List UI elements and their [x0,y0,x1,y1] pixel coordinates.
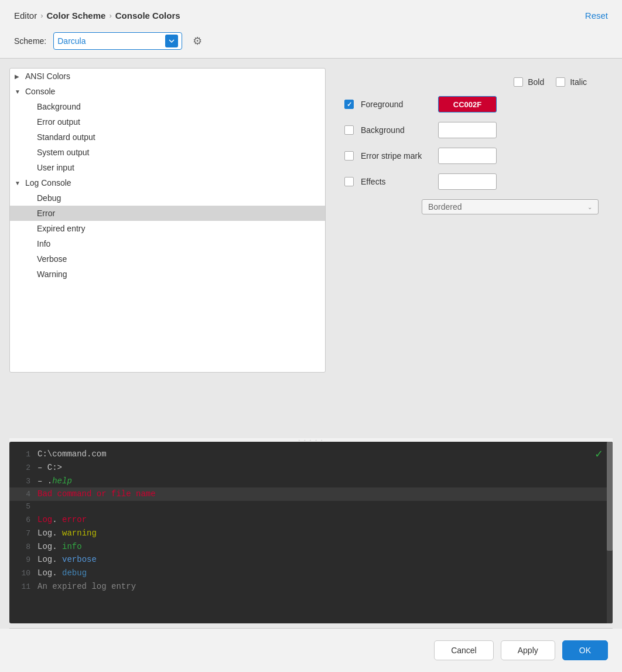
tree-item-log-console[interactable]: ▼ Log Console [10,175,325,190]
tree-item-info[interactable]: Info [10,236,325,251]
effects-label: Effects [361,177,431,186]
tree-item-expired-entry[interactable]: Expired entry [10,221,325,236]
line-content: Log. warning [37,527,97,540]
preview-line-2: 2 – C:> [9,461,613,475]
preview-line-6: 6 Log. error [9,513,613,527]
line-number: 2 [14,462,30,475]
line-content: An expired log entry [37,580,136,593]
tree-item-label: Debug [37,193,61,203]
preview-line-4: 4 Bad command or file name [9,487,613,501]
bold-option[interactable]: Bold [514,77,544,87]
italic-checkbox[interactable] [556,77,565,87]
italic-option[interactable]: Italic [556,77,587,87]
tree-item-label: User input [37,163,74,172]
ok-button[interactable]: OK [562,640,608,660]
foreground-color-swatch[interactable]: CC002F [438,96,497,112]
style-row: Bold Italic [514,77,587,87]
preview-lines: 1 C:\command.com 2 – C:> 3 – .help 4 Bad… [9,442,613,599]
bold-label: Bold [528,77,544,87]
line-content: Log. info [37,540,82,553]
background-label: Background [361,125,431,135]
gear-button[interactable]: ⚙ [189,33,206,49]
tree-item-label: ANSI Colors [25,71,70,81]
error-stripe-checkbox[interactable] [344,151,354,161]
error-stripe-label: Error stripe mark [361,151,431,161]
tree-item-warning[interactable]: Warning [10,267,325,282]
tree-item-verbose[interactable]: Verbose [10,251,325,267]
foreground-checkbox[interactable] [344,100,354,109]
line-content: Log. debug [37,567,87,579]
error-stripe-color-swatch[interactable] [438,148,497,164]
tree-item-label: Info [37,239,50,248]
header: Editor › Color Scheme › Console Colors R… [0,0,622,28]
line-content-help: help [52,475,72,487]
tree-item-label: Standard output [37,132,95,142]
main-content: ▶ ANSI Colors ▼ Console Background Error… [0,59,622,438]
background-row: Background [344,122,599,138]
scheme-select[interactable]: Darcula [53,32,182,50]
apply-button[interactable]: Apply [501,640,555,660]
reset-button[interactable]: Reset [585,11,608,21]
line-number: 5 [14,501,30,513]
line-number: 6 [14,514,30,527]
tree-item-label: Warning [37,270,67,279]
scrollbar-thumb[interactable] [607,442,613,551]
tree-item-system-output[interactable]: System output [10,145,325,160]
effects-dropdown[interactable]: Bordered ⌄ [422,199,599,214]
tree-item-label: Log Console [25,178,71,187]
tree-item-label: Expired entry [37,224,85,233]
breadcrumb-sep-1: › [40,11,43,20]
tree-item-ansi[interactable]: ▶ ANSI Colors [10,69,325,84]
tree-item-console[interactable]: ▼ Console [10,84,325,99]
preview-line-5: 5 [9,501,613,513]
effects-checkbox[interactable] [344,177,354,186]
tree-item-error[interactable]: Error [10,206,325,221]
arrow-icon: ▼ [15,180,24,186]
line-content: Bad command or file name [37,487,156,500]
line-number: 8 [14,541,30,554]
background-color-swatch[interactable] [438,122,497,138]
line-number: 1 [14,449,30,461]
line-number: 10 [14,568,30,580]
line-content-dash: – . [37,475,52,487]
background-checkbox[interactable] [344,125,354,135]
preview-line-8: 8 Log. info [9,540,613,554]
tree-item-label: Error [37,209,55,218]
arrow-icon: ▼ [15,88,24,95]
tree-item-standard-output[interactable]: Standard output [10,129,325,145]
breadcrumb-console-colors[interactable]: Console Colors [115,11,180,21]
footer: Cancel Apply OK [0,629,622,672]
preview-line-11: 11 An expired log entry [9,580,613,593]
preview-line-1: 1 C:\command.com [9,448,613,461]
line-content: C:\command.com [37,448,107,460]
effects-color-swatch[interactable] [438,173,497,190]
cancel-button[interactable]: Cancel [434,640,494,660]
tree-item-error-output[interactable]: Error output [10,114,325,129]
foreground-color-value: CC002F [453,100,481,109]
arrow-icon: ▶ [15,73,24,80]
line-number: 11 [14,581,30,593]
tree-item-label: System output [37,148,90,157]
error-stripe-row: Error stripe mark [344,148,599,164]
line-content: Log. verbose [37,553,97,566]
scheme-select-value: Darcula [57,36,163,46]
foreground-row: Foreground CC002F [344,96,599,112]
tree-panel[interactable]: ▶ ANSI Colors ▼ Console Background Error… [9,68,326,373]
tree-item-debug[interactable]: Debug [10,190,325,206]
bold-checkbox[interactable] [514,77,523,87]
breadcrumb-editor[interactable]: Editor [14,11,37,21]
breadcrumb-color-scheme[interactable]: Color Scheme [47,11,106,21]
tree-item-user-input[interactable]: User input [10,160,325,175]
chevron-down-icon: ⌄ [587,204,592,210]
scheme-dropdown-btn[interactable] [165,35,178,47]
line-number: 7 [14,528,30,540]
line-number: 3 [14,476,30,488]
scheme-label: Scheme: [14,36,46,46]
tree-item-label: Console [25,87,55,96]
tree-item-label: Error output [37,117,80,127]
preview-line-3: 3 – .help [9,475,613,488]
tree-item-background[interactable]: Background [10,99,325,114]
preview-scrollbar[interactable] [607,442,613,623]
line-number: 9 [14,554,30,567]
line-content: – C:> [37,461,62,474]
